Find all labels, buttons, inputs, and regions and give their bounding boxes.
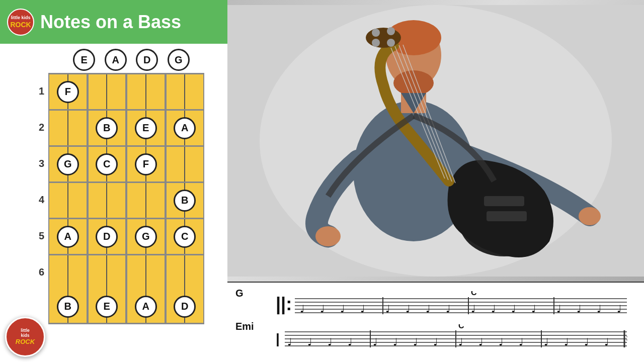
svg-text:♩: ♩ bbox=[307, 336, 312, 347]
fret-3-G bbox=[166, 147, 205, 182]
svg-text:♩: ♩ bbox=[340, 303, 345, 314]
fret-1-E: F bbox=[48, 74, 88, 109]
logo-rock-label: ROCK bbox=[10, 21, 31, 29]
svg-text:♩: ♩ bbox=[556, 303, 561, 314]
svg-point-18 bbox=[387, 27, 395, 35]
fret-2-A: B bbox=[88, 111, 127, 145]
svg-text:♩: ♩ bbox=[511, 303, 516, 314]
fret-4-E bbox=[48, 183, 88, 218]
fret-6-G bbox=[166, 255, 205, 290]
staff-row-2: | ♩ ♩ ♩ ♩ ♩ ♩ ♩ ♩ bbox=[266, 320, 636, 354]
svg-text:♩: ♩ bbox=[348, 336, 352, 347]
staff-svg-2: | ♩ ♩ ♩ ♩ ♩ ♩ ♩ ♩ bbox=[266, 324, 636, 349]
svg-text:♩: ♩ bbox=[597, 303, 601, 314]
svg-text:C: C bbox=[471, 291, 477, 297]
svg-text:♩: ♩ bbox=[393, 336, 397, 347]
svg-point-9 bbox=[579, 207, 601, 225]
svg-text:♩: ♩ bbox=[471, 303, 475, 314]
fret-4-A bbox=[88, 183, 127, 218]
svg-text:♩: ♩ bbox=[577, 303, 581, 314]
page-title: Notes on a Bass bbox=[40, 12, 181, 33]
svg-rect-22 bbox=[487, 211, 527, 221]
svg-text:||:: ||: bbox=[276, 294, 292, 315]
sheet-music-area: G ||: ♩ ♩ ♩ ♩ bbox=[227, 282, 644, 362]
fret-4-D bbox=[126, 183, 166, 218]
svg-text:♩: ♩ bbox=[499, 336, 503, 347]
string-label-D: D bbox=[131, 49, 163, 71]
fret-row-6: 6 bbox=[33, 254, 204, 290]
svg-point-17 bbox=[372, 29, 380, 37]
svg-point-16 bbox=[366, 28, 401, 48]
fret-3-A: C bbox=[88, 147, 127, 182]
left-panel: little kids ROCK Notes on a Bass E A D G bbox=[0, 0, 227, 362]
fret-6-E bbox=[48, 255, 88, 290]
svg-text:♩: ♩ bbox=[373, 336, 377, 347]
svg-text:♩: ♩ bbox=[320, 303, 325, 314]
chord-label-Emi: Emi bbox=[235, 320, 266, 332]
chord-row-2: Emi | ♩ ♩ ♩ ♩ bbox=[235, 320, 636, 354]
svg-text:♩: ♩ bbox=[287, 336, 292, 347]
fret-row-open-bottom: B E A D bbox=[33, 290, 204, 324]
string-label-G: G bbox=[163, 49, 195, 71]
string-labels-row: E A D G bbox=[53, 49, 194, 71]
fret-1-G bbox=[166, 74, 205, 109]
fret-1-A bbox=[88, 74, 127, 109]
logo-bottom: little kids ROCK bbox=[5, 317, 45, 357]
svg-text:♩: ♩ bbox=[360, 303, 365, 314]
fret-bottom-G: D bbox=[166, 290, 205, 323]
fret-bottom-A: E bbox=[88, 290, 127, 323]
fret-row-3: 3 G C F bbox=[33, 145, 204, 182]
svg-text:♩: ♩ bbox=[413, 336, 418, 347]
svg-text:♩: ♩ bbox=[446, 303, 450, 314]
fret-2-G: A bbox=[166, 111, 205, 145]
logo-little-kids-label: little kids bbox=[11, 15, 30, 20]
header-bar: little kids ROCK Notes on a Bass bbox=[0, 0, 227, 44]
fret-5-A: D bbox=[88, 219, 127, 254]
fret-2-D: E bbox=[126, 111, 166, 145]
staff-svg-1: ||: ♩ ♩ ♩ ♩ ♩ ♩ ♩ ♩ bbox=[266, 291, 636, 316]
svg-text:♩: ♩ bbox=[406, 303, 410, 314]
svg-text:♩: ♩ bbox=[604, 336, 609, 347]
fret-1-D bbox=[126, 74, 166, 109]
video-area bbox=[227, 0, 644, 282]
video-placeholder bbox=[227, 0, 644, 282]
svg-text:♩: ♩ bbox=[458, 336, 463, 347]
fret-5-G: C bbox=[166, 219, 205, 254]
svg-text:♩: ♩ bbox=[617, 303, 621, 314]
svg-text:♩: ♩ bbox=[478, 336, 483, 347]
svg-point-8 bbox=[315, 226, 341, 246]
svg-text:♩: ♩ bbox=[584, 336, 589, 347]
fretboard: E A D G 1 F bbox=[0, 44, 227, 362]
chord-label-G: G bbox=[235, 287, 266, 299]
fret-6-D bbox=[126, 255, 166, 290]
fret-bottom-D: A bbox=[126, 290, 166, 323]
fret-3-D: F bbox=[126, 147, 166, 182]
fret-rows: 1 F bbox=[33, 73, 204, 324]
string-label-E: E bbox=[68, 49, 100, 71]
fret-5-E: A bbox=[48, 219, 88, 254]
svg-text:♩: ♩ bbox=[519, 336, 523, 347]
svg-point-20 bbox=[387, 39, 395, 47]
svg-text:♩: ♩ bbox=[531, 303, 536, 314]
fret-row-1: 1 F bbox=[33, 73, 204, 109]
fret-row-4: 4 B bbox=[33, 182, 204, 218]
fret-6-A bbox=[88, 255, 127, 290]
fret-row-2: 2 B E A bbox=[33, 109, 204, 145]
svg-text:♩: ♩ bbox=[433, 336, 438, 347]
svg-text:♩: ♩ bbox=[564, 336, 569, 347]
staff-row-1: ||: ♩ ♩ ♩ ♩ ♩ ♩ ♩ ♩ bbox=[266, 287, 636, 321]
fret-5-D: G bbox=[126, 219, 166, 254]
fret-row-5: 5 A D G C bbox=[33, 218, 204, 254]
right-panel: G ||: ♩ ♩ ♩ ♩ bbox=[227, 0, 644, 362]
svg-rect-21 bbox=[484, 196, 524, 206]
svg-text:♩: ♩ bbox=[328, 336, 332, 347]
svg-text:♩: ♩ bbox=[426, 303, 430, 314]
svg-text:♩: ♩ bbox=[491, 303, 496, 314]
fret-2-E bbox=[48, 111, 88, 145]
header-logo: little kids ROCK bbox=[7, 9, 34, 36]
svg-text::: : bbox=[626, 334, 628, 342]
video-svg bbox=[227, 0, 644, 282]
svg-text:♩: ♩ bbox=[385, 303, 390, 314]
fret-bottom-E: B bbox=[48, 290, 88, 323]
string-label-A: A bbox=[100, 49, 132, 71]
